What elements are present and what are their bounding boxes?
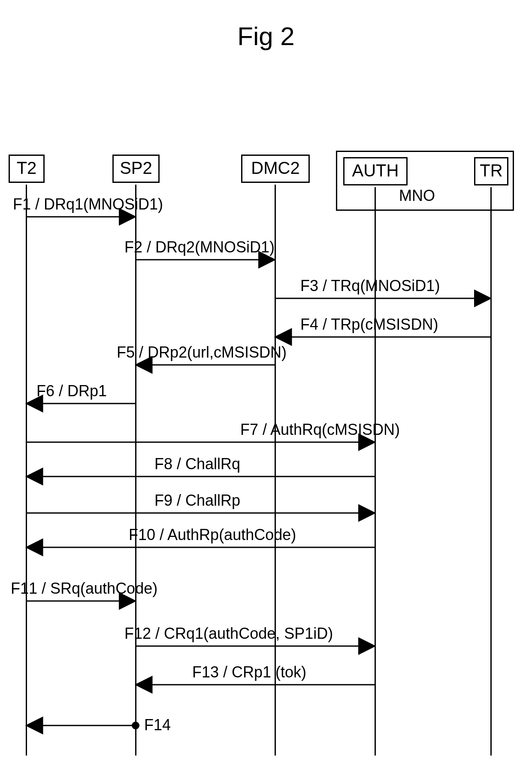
f14-source-dot xyxy=(132,722,139,729)
msg-f6: F6 / DRp1 xyxy=(36,382,107,400)
msg-f11: F11 / SRq(authCode) xyxy=(11,580,157,598)
msg-f12: F12 / CRq1(authCode, SP1iD) xyxy=(124,625,333,643)
msg-f14: F14 xyxy=(144,716,171,734)
msg-f10: F10 / AuthRp(authCode) xyxy=(129,526,296,544)
msg-f2: F2 / DRq2(MNOSiD1) xyxy=(124,238,275,256)
msg-f9: F9 / ChallRp xyxy=(154,492,240,510)
msg-f1: F1 / DRq1(MNOSiD1) xyxy=(13,195,163,213)
sequence-diagram: Fig 2 MNO T2 SP2 DMC2 AUTH TR xyxy=(0,0,532,774)
msg-f4: F4 / TRp(cMSISDN) xyxy=(300,316,438,334)
msg-f3: F3 / TRq(MNOSiD1) xyxy=(300,277,440,295)
msg-f7: F7 / AuthRq(cMSISDN) xyxy=(240,421,400,439)
msg-f5: F5 / DRp2(url,cMSISDN) xyxy=(117,343,287,361)
msg-f8: F8 / ChallRq xyxy=(154,455,240,473)
msg-f13: F13 / CRp1 (tok) xyxy=(192,663,306,681)
